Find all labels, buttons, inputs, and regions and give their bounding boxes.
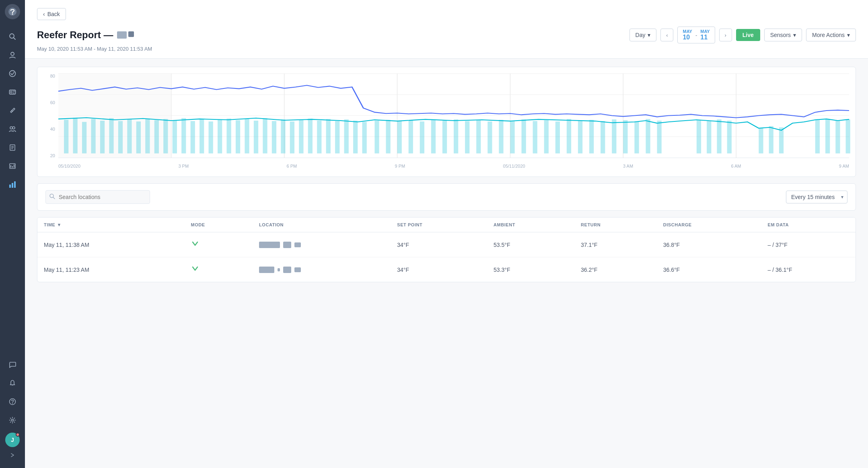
svg-rect-86 xyxy=(544,120,549,154)
svg-point-25 xyxy=(12,419,14,421)
sidebar-logo[interactable] xyxy=(5,4,20,19)
cell-return: 36.2°F xyxy=(574,257,657,282)
back-chevron-icon: ‹ xyxy=(43,11,45,17)
svg-rect-102 xyxy=(769,126,773,154)
prev-date-button[interactable]: ‹ xyxy=(660,29,673,41)
chevron-down-icon: ▾ xyxy=(847,32,850,38)
cell-ambient: 53.5°F xyxy=(487,232,574,257)
sidebar-item-help[interactable] xyxy=(5,394,20,409)
sidebar-item-search[interactable] xyxy=(5,29,20,44)
cell-ambient: 53.3°F xyxy=(487,257,574,282)
live-button[interactable]: Live xyxy=(736,29,760,41)
svg-rect-66 xyxy=(326,119,331,154)
search-locations-input[interactable] xyxy=(45,190,150,204)
chart-container: 80 60 40 20 xyxy=(44,74,849,170)
col-set-point: SET POINT xyxy=(391,218,487,232)
sort-icon[interactable]: ▼ xyxy=(57,222,61,227)
y-axis: 80 60 40 20 xyxy=(44,74,58,158)
svg-rect-74 xyxy=(409,120,413,154)
title-icon-1 xyxy=(117,31,127,39)
svg-rect-37 xyxy=(64,120,68,154)
cell-location xyxy=(253,232,391,257)
svg-rect-100 xyxy=(727,121,732,154)
cell-mode xyxy=(185,232,253,257)
svg-rect-48 xyxy=(163,119,168,154)
date-to: MAY 11 xyxy=(700,29,710,41)
sidebar-item-chat[interactable] xyxy=(5,357,20,372)
col-mode: MODE xyxy=(185,218,253,232)
svg-rect-60 xyxy=(272,121,276,153)
svg-rect-89 xyxy=(578,121,582,154)
svg-rect-78 xyxy=(454,119,458,154)
cell-return: 37.1°F xyxy=(574,232,657,257)
svg-rect-87 xyxy=(555,121,560,153)
sidebar-item-compliance[interactable] xyxy=(5,66,20,81)
svg-rect-41 xyxy=(100,121,105,154)
sidebar-item-analytics[interactable] xyxy=(5,177,20,192)
svg-rect-103 xyxy=(779,127,784,154)
svg-rect-73 xyxy=(397,121,402,153)
more-actions-button[interactable]: More Actions ▾ xyxy=(806,29,856,41)
sidebar-item-id[interactable] xyxy=(5,84,20,100)
col-location: LOCATION xyxy=(253,218,391,232)
cell-set-point: 34°F xyxy=(391,257,487,282)
svg-rect-62 xyxy=(290,121,294,153)
day-selector-button[interactable]: Day ▾ xyxy=(629,29,657,41)
svg-rect-45 xyxy=(136,121,141,153)
col-discharge: DISCHARGE xyxy=(657,218,761,232)
table-section: TIME ▼ MODE LOCATION SET POINT AMBIENT R… xyxy=(37,217,856,282)
svg-rect-75 xyxy=(420,121,424,153)
sidebar-item-reports[interactable] xyxy=(5,158,20,174)
sidebar-item-team[interactable] xyxy=(5,121,20,137)
svg-rect-47 xyxy=(154,120,159,154)
interval-select[interactable]: Every 15 minutes Every 5 minutes Every 3… xyxy=(786,191,847,203)
svg-point-24 xyxy=(12,403,13,404)
chart-area xyxy=(58,74,849,158)
sidebar-expand[interactable] xyxy=(5,450,20,460)
chart-svg xyxy=(58,74,849,158)
svg-rect-90 xyxy=(589,120,594,154)
svg-rect-79 xyxy=(465,121,469,153)
top-section: ‹ Back Reefer Report — Day ▾ ‹ xyxy=(25,0,868,59)
data-table: TIME ▼ MODE LOCATION SET POINT AMBIENT R… xyxy=(37,218,856,282)
header-controls: Day ▾ ‹ MAY 10 - MAY 11 xyxy=(629,27,856,43)
next-date-button[interactable]: › xyxy=(719,29,732,41)
svg-rect-94 xyxy=(634,121,639,153)
sensors-button[interactable]: Sensors ▾ xyxy=(764,29,802,41)
main-content: ‹ Back Reefer Report — Day ▾ ‹ xyxy=(25,0,868,468)
cell-time: May 11, 11:23 AM xyxy=(37,257,185,282)
svg-rect-49 xyxy=(173,121,177,154)
svg-rect-44 xyxy=(127,119,132,154)
sidebar-item-tools[interactable] xyxy=(5,103,20,118)
svg-rect-70 xyxy=(362,122,367,153)
svg-rect-77 xyxy=(442,121,447,154)
col-return: RETURN xyxy=(574,218,657,232)
svg-rect-76 xyxy=(431,120,436,154)
svg-rect-61 xyxy=(281,119,285,154)
sidebar-item-user[interactable] xyxy=(5,47,20,63)
sidebar-item-bell[interactable] xyxy=(5,376,20,391)
filter-section: Every 15 minutes Every 5 minutes Every 3… xyxy=(37,183,856,211)
date-range-box: MAY 10 - MAY 11 xyxy=(677,27,715,43)
svg-rect-99 xyxy=(717,119,721,154)
sidebar: J xyxy=(0,0,25,468)
svg-rect-67 xyxy=(335,121,339,153)
svg-rect-72 xyxy=(386,120,390,154)
svg-rect-50 xyxy=(181,118,186,154)
x-axis: 05/10/2020 3 PM 6 PM 9 PM 05/11/2020 3 A… xyxy=(58,159,849,170)
chevron-down-icon: ▾ xyxy=(648,32,650,38)
sidebar-item-settings[interactable] xyxy=(5,413,20,428)
svg-point-5 xyxy=(10,71,16,77)
svg-rect-81 xyxy=(487,121,492,153)
cell-discharge: 36.6°F xyxy=(657,257,761,282)
svg-rect-106 xyxy=(835,121,840,154)
cell-discharge: 36.8°F xyxy=(657,232,761,257)
svg-line-109 xyxy=(53,197,55,199)
sidebar-item-orders[interactable] xyxy=(5,140,20,155)
col-time: TIME ▼ xyxy=(37,218,185,232)
svg-rect-56 xyxy=(236,120,240,154)
svg-rect-63 xyxy=(299,120,303,154)
sidebar-avatar[interactable]: J xyxy=(5,433,20,447)
svg-rect-91 xyxy=(601,121,605,153)
back-button[interactable]: ‹ Back xyxy=(37,8,66,20)
